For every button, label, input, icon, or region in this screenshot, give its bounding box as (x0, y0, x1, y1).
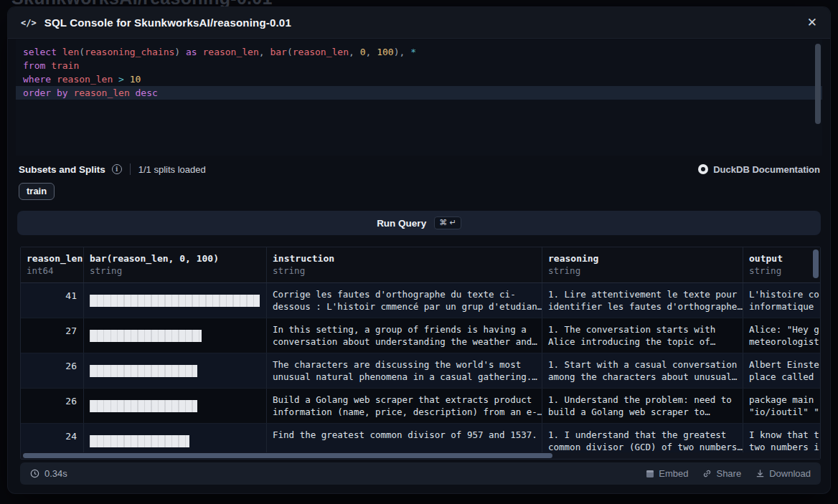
download-icon (755, 469, 765, 478)
column-type: string (90, 265, 260, 276)
sql-token: bar (270, 47, 286, 57)
column-header-bar: bar(reason_len, 0, 100)string (84, 247, 267, 282)
cell-output: I know that t two numbers i (743, 424, 821, 454)
code-icon: </> (21, 18, 37, 28)
duckdb-docs-label: DuckDB Documentation (713, 164, 820, 175)
horizontal-scrollbar-thumb[interactable] (23, 453, 552, 458)
divider (130, 163, 131, 175)
column-name: output (749, 253, 821, 264)
cell-bar (84, 424, 267, 454)
sql-token: reason_len (293, 47, 349, 57)
horizontal-scrollbar[interactable] (21, 452, 820, 459)
column-type: string (273, 265, 536, 276)
cell-reason-len: 24 (21, 424, 84, 454)
duckdb-docs-link[interactable]: DuckDB Documentation (698, 164, 820, 175)
cell-reason-len: 41 (21, 283, 84, 318)
sql-token: * (410, 47, 416, 57)
duckdb-icon (698, 164, 708, 174)
sql-token: desc (136, 87, 158, 98)
cell-output: package main "io/ioutil" " (743, 389, 821, 423)
info-icon[interactable]: i (112, 164, 122, 174)
cell-instruction: Build a Golang web scraper that extracts… (267, 389, 542, 423)
cell-output: L'histoire co informatique (743, 283, 821, 318)
table-row: 27In this setting, a group of friends is… (21, 318, 821, 353)
cell-bar (84, 318, 267, 353)
table-row: 24Find the greatest common divisor of 95… (21, 424, 821, 454)
bar-chart-fill (90, 330, 202, 342)
column-name: instruction (273, 253, 536, 264)
embed-icon (646, 470, 654, 478)
sql-token: ) (174, 47, 186, 57)
split-chip-train[interactable]: train (19, 183, 55, 200)
sql-token: where (23, 74, 57, 85)
sql-token: train (51, 60, 79, 71)
cell-reasoning: 1. The conversation starts with Alice in… (542, 318, 743, 353)
sql-token: > (118, 74, 130, 85)
footer-actions: Embed Share Download (646, 468, 811, 479)
table-row: 26The characters are discussing the worl… (21, 353, 821, 389)
embed-button[interactable]: Embed (646, 468, 688, 479)
cell-bar (84, 283, 267, 318)
download-button[interactable]: Download (755, 468, 811, 479)
column-name: reasoning (548, 253, 737, 264)
sql-console-modal: </> SQL Console for SkunkworksAI/reasoni… (8, 7, 830, 493)
cell-reasoning: 1. I understand that the greatest common… (542, 424, 743, 454)
column-header-output: outputstring (743, 247, 821, 282)
close-icon[interactable]: ✕ (807, 16, 817, 29)
code-line[interactable]: where reason_len > 10 (16, 72, 822, 86)
modal-header: </> SQL Console for SkunkworksAI/reasoni… (8, 7, 830, 39)
cell-instruction: In this setting, a group of friends is h… (267, 318, 542, 353)
column-type: string (749, 265, 821, 276)
bar-chart-fill (90, 400, 197, 412)
code-line[interactable]: select len(reasoning_chains) as reason_l… (16, 45, 822, 59)
sql-token: 0 (360, 47, 366, 57)
cell-reason-len: 26 (21, 389, 84, 423)
sql-token: reason_len (202, 47, 258, 57)
sql-token: 100 (377, 47, 393, 57)
cell-reasoning: 1. Understand the problem: need to build… (542, 389, 743, 423)
sql-token: reason_len (57, 74, 118, 85)
code-line[interactable]: order by reason_len desc (16, 86, 822, 100)
bar-chart-fill (90, 365, 197, 377)
table-header-row: reason_lenint64bar(reason_len, 0, 100)st… (21, 247, 821, 283)
sql-token: , (259, 47, 270, 57)
sql-editor[interactable]: select len(reasoning_chains) as reason_l… (16, 39, 822, 156)
sql-token: ( (79, 47, 85, 57)
modal-title: SQL Console for SkunkworksAI/reasoning-0… (44, 16, 291, 29)
editor-scrollbar[interactable] (815, 44, 821, 124)
vertical-scrollbar-thumb[interactable] (813, 249, 819, 278)
column-name: bar(reason_len, 0, 100) (90, 253, 260, 264)
sql-token: , (366, 47, 377, 57)
cell-output: Albert Einste place called (743, 353, 821, 388)
cell-bar (84, 389, 267, 423)
sql-token: , (349, 47, 360, 57)
cell-instruction: Corrige les fautes d'orthographe du text… (267, 283, 542, 318)
query-duration: 0.34s (30, 468, 67, 479)
run-query-label: Run Query (377, 218, 426, 229)
results-table: reason_lenint64bar(reason_len, 0, 100)st… (20, 247, 821, 460)
sql-token: order by (23, 87, 73, 98)
cell-instruction: The characters are discussing the world'… (267, 353, 542, 388)
table-body: 41Corrige les fautes d'orthographe du te… (21, 283, 821, 454)
sql-code[interactable]: select len(reasoning_chains) as reason_l… (16, 39, 822, 105)
cell-bar (84, 353, 267, 388)
sql-token: from (23, 60, 51, 71)
table-row: 26Build a Golang web scraper that extrac… (21, 389, 821, 424)
share-button[interactable]: Share (702, 468, 741, 479)
column-type: int64 (27, 265, 77, 276)
cell-reasoning: 1. Start with a casual conversation amon… (542, 353, 743, 388)
link-icon (702, 469, 712, 478)
split-chips: train (19, 183, 55, 200)
sql-token: len (62, 47, 79, 57)
column-header-reason_len: reason_lenint64 (21, 247, 84, 282)
clock-icon (30, 469, 39, 478)
sql-token: reason_len (73, 87, 135, 98)
run-query-button[interactable]: Run Query ⌘ ↵ (17, 211, 821, 235)
sql-token: ), (394, 47, 410, 57)
column-header-reasoning: reasoningstring (542, 247, 743, 282)
column-name: reason_len (27, 253, 77, 264)
shortcut-badge: ⌘ ↵ (434, 217, 461, 229)
cell-output: Alice: "Hey g meteorologist (743, 318, 821, 353)
sql-token: 10 (130, 74, 141, 85)
code-line[interactable]: from train (16, 59, 822, 72)
